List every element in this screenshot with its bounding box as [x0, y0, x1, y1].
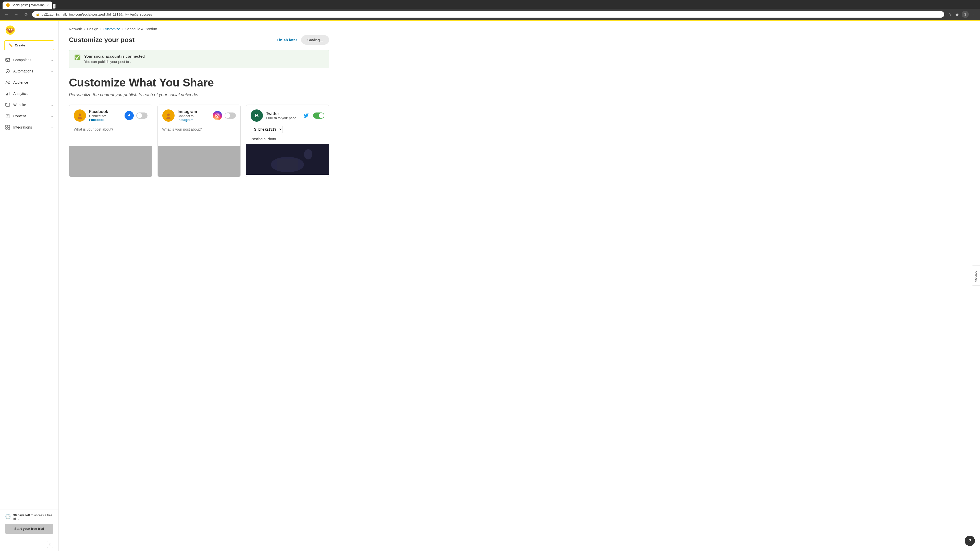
instagram-connect-link[interactable]: Instagram	[178, 118, 193, 122]
clock-icon: 🕐	[5, 514, 11, 519]
automations-icon	[5, 68, 10, 74]
facebook-toggle[interactable]	[136, 113, 148, 119]
facebook-connect-link[interactable]: Facebook	[89, 118, 105, 122]
twitter-account-dropdown[interactable]: S_bhea21319	[251, 126, 283, 133]
new-tab-button[interactable]: +	[53, 4, 56, 9]
svg-point-0	[7, 4, 9, 6]
audience-chevron: ⌄	[51, 81, 53, 84]
svg-point-19	[6, 103, 6, 104]
instagram-title: Instagram	[178, 110, 197, 114]
tab-close-button[interactable]: ×	[47, 3, 49, 7]
reload-button[interactable]: ⟳	[22, 11, 30, 18]
sidebar-logo	[0, 21, 59, 40]
breadcrumb-schedule[interactable]: Schedule & Confirm	[125, 27, 157, 31]
instagram-image-placeholder	[158, 146, 241, 177]
svg-point-36	[217, 115, 218, 117]
svg-point-6	[11, 30, 11, 30]
instagram-card-header: Instagram Connect to: Instagram	[158, 105, 241, 125]
tab-title: Social posts | Mailchimp	[12, 3, 45, 7]
forward-button[interactable]: →	[13, 11, 20, 18]
svg-point-40	[304, 149, 312, 159]
twitter-publish: Publish to your page	[266, 116, 296, 120]
sidebar-nav: Campaigns ⌄ Automations ⌄ Audience ⌄	[0, 54, 59, 509]
twitter-card-info: Twitter Publish to your page	[266, 111, 296, 120]
saving-button: Saving...	[301, 35, 329, 44]
breadcrumb-arrow-1: ›	[84, 27, 85, 31]
svg-rect-26	[8, 125, 10, 127]
svg-point-30	[79, 114, 81, 116]
sidebar-bottom: □	[0, 538, 59, 551]
address-bar[interactable]: 🔒 us21.admin.mailchimp.com/social-posts/…	[32, 11, 944, 17]
website-label: Website	[13, 103, 26, 107]
automations-chevron: ⌄	[51, 69, 53, 73]
url-text: us21.admin.mailchimp.com/social-posts/ed…	[41, 13, 941, 16]
sidebar-item-content[interactable]: Content ⌄	[0, 110, 59, 122]
sidebar-footer: 🕐 90 days left to access a free trial. S…	[0, 509, 59, 538]
audience-label: Audience	[13, 80, 28, 84]
facebook-card: Facebook Connect to: Facebook	[69, 105, 152, 177]
social-cards: Facebook Connect to: Facebook	[69, 105, 329, 177]
twitter-toggle[interactable]	[313, 113, 325, 119]
breadcrumb: Network › Design › Customize › Schedule …	[69, 27, 329, 31]
breadcrumb-network[interactable]: Network	[69, 27, 82, 31]
svg-point-14	[8, 81, 10, 83]
start-trial-button[interactable]: Start your free trial	[5, 524, 53, 534]
automations-label: Automations	[13, 69, 33, 73]
content-chevron: ⌄	[51, 114, 53, 118]
header-actions: Finish later Saving...	[277, 35, 329, 44]
sidebar-item-campaigns[interactable]: Campaigns ⌄	[0, 54, 59, 65]
svg-rect-25	[6, 125, 7, 127]
browser-tab[interactable]: Social posts | Mailchimp ×	[3, 2, 52, 9]
campaigns-chevron: ⌄	[51, 58, 53, 62]
page-header-row: Customize your post Finish later Saving.…	[69, 35, 329, 44]
content-label: Content	[13, 114, 26, 118]
sidebar-item-automations[interactable]: Automations ⌄	[0, 65, 59, 77]
breadcrumb-design[interactable]: Design	[87, 27, 98, 31]
twitter-avatar: B	[251, 110, 263, 122]
feedback-tab[interactable]: Feedback	[972, 265, 980, 286]
audience-icon	[5, 80, 10, 85]
integrations-label: Integrations	[13, 125, 32, 129]
trial-info: 🕐 90 days left to access a free trial.	[5, 513, 53, 521]
twitter-card: B Twitter Publish to your page	[246, 105, 329, 177]
trial-days: 90 days left	[13, 513, 30, 517]
twitter-image	[246, 144, 329, 175]
svg-point-13	[6, 81, 8, 83]
menu-button[interactable]: ⋮	[971, 11, 977, 18]
browser-chrome: Social posts | Mailchimp × +	[0, 0, 980, 9]
content-icon	[5, 114, 10, 119]
sidebar-item-analytics[interactable]: Analytics ⌄	[0, 88, 59, 99]
section-subheading: Personalize the content you publish to e…	[69, 92, 329, 97]
sidebar-item-website[interactable]: Website ⌄	[0, 99, 59, 110]
instagram-card: Instagram Connect to: Instagram	[158, 105, 241, 177]
sidebar-item-audience[interactable]: Audience ⌄	[0, 77, 59, 88]
svg-point-5	[9, 30, 10, 30]
sidebar-item-integrations[interactable]: Integrations ⌄	[0, 122, 59, 133]
help-button[interactable]: ?	[965, 536, 975, 546]
section-heading: Customize What You Share	[69, 76, 329, 89]
svg-point-10	[13, 29, 14, 30]
twitter-icon	[301, 111, 310, 120]
extensions-button[interactable]: ◆	[955, 11, 959, 18]
twitter-card-header: B Twitter Publish to your page	[246, 105, 329, 125]
twitter-title: Twitter	[266, 111, 296, 116]
facebook-textarea[interactable]	[69, 125, 152, 145]
instagram-connect: Connect to: Instagram	[178, 114, 197, 122]
back-button[interactable]: ←	[3, 11, 10, 18]
collapse-sidebar-button[interactable]: □	[47, 541, 53, 548]
success-text: Your social account is connected You can…	[84, 54, 145, 64]
create-button[interactable]: ✏️ Create	[4, 40, 54, 50]
svg-rect-27	[6, 127, 7, 129]
instagram-toggle[interactable]	[224, 113, 236, 119]
finish-later-link[interactable]: Finish later	[277, 38, 297, 42]
success-check-icon: ✅	[74, 54, 81, 60]
app-layout: ✏️ Create Campaigns ⌄ Automations ⌄	[0, 21, 980, 551]
trial-text: 90 days left to access a free trial.	[13, 513, 53, 521]
instagram-textarea[interactable]	[158, 125, 241, 145]
pencil-icon: ✏️	[9, 43, 13, 47]
facebook-connect: Connect to: Facebook	[89, 114, 108, 122]
star-button[interactable]: ☆	[947, 11, 953, 18]
success-banner: ✅ Your social account is connected You c…	[69, 50, 329, 68]
analytics-label: Analytics	[13, 92, 27, 96]
campaigns-label: Campaigns	[13, 58, 32, 62]
